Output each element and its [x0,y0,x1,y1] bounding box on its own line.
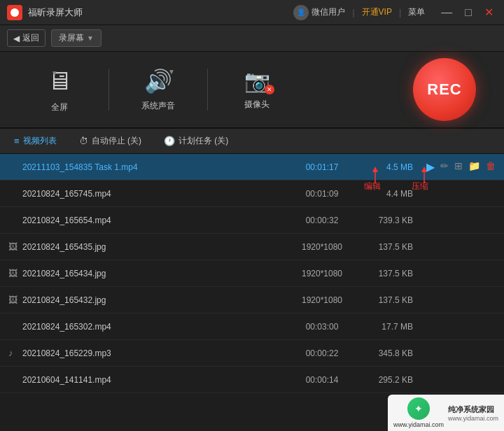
audio-control[interactable]: 🔊 ▼ 系统声音 [113,58,204,121]
rec-text: REC [427,80,461,99]
titlebar: 福昕录屏大师 👤 微信用户 | 开通VIP | 菜单 — □ ✕ [0,0,504,25]
tabbar: ≡ 视频列表 ⏱ 自动停止 (关) 🕐 计划任务 (关) [0,129,504,154]
window-controls: — □ ✕ [438,4,497,20]
table-row[interactable]: 🖼 20210824_165435.jpg 1920*1080 137.5 KB [0,234,504,260]
file-duration: 00:00:22 [294,348,350,358]
file-duration: 00:01:17 [294,162,350,172]
file-duration: 00:01:09 [294,189,350,199]
audio-icon-wrap: 🔊 ▼ [144,68,172,94]
image-icon: 🖼 [8,241,22,252]
auto-stop-icon: ⏱ [79,136,88,146]
vip-button[interactable]: 开通VIP [362,6,392,18]
file-name: 20210824_165745.mp4 [22,189,294,199]
file-size: 4.4 MB [350,189,413,199]
file-duration: 1920*1080 [294,295,350,305]
tab-auto-stop-label: 自动停止 (关) [92,135,141,147]
file-size: 137.5 KB [350,269,413,278]
file-name: 20210824_165434.jpg [22,269,294,278]
file-name: 20210824_165302.mp4 [22,322,294,332]
toolbar: ◀ 返回 录屏幕 ▼ [0,25,504,52]
titlebar-right: 👤 微信用户 | 开通VIP | 菜单 — □ ✕ [293,4,497,20]
file-size: 4.5 MB [350,162,413,172]
file-name: 20210604_141141.mp4 [22,375,294,385]
tab-scheduled[interactable]: 🕐 计划任务 (关) [158,132,234,150]
file-name: 20210824_165654.mp4 [22,216,294,225]
divider2: | [399,7,401,17]
record-label: 录屏幕 [59,32,84,44]
compress-button[interactable]: ⊞ [454,160,463,174]
watermark-logo-icon: ✦ [414,403,423,414]
file-list: 20211103_154835 Task 1.mp4 00:01:17 4.5 … [0,154,504,431]
menu-button[interactable]: 菜单 [408,6,425,18]
table-row[interactable]: 20210824_165302.mp4 00:03:00 17.7 MB [0,313,504,340]
user-avatar: 👤 [293,5,309,20]
file-duration: 00:00:14 [294,375,350,385]
camera-label: 摄像头 [244,99,270,111]
separator2 [207,69,208,111]
watermark-site: www.yidamai.com [393,421,444,428]
back-icon: ◀ [13,34,20,43]
maximize-button[interactable]: □ [461,5,475,20]
file-size: 739.3 KB [350,216,413,225]
table-row[interactable]: 20211103_154835 Task 1.mp4 00:01:17 4.5 … [0,154,504,181]
logo-icon [10,8,19,17]
dropdown-arrow-icon: ▼ [87,34,94,42]
minimize-button[interactable]: — [438,5,456,20]
file-name: 20210824_165229.mp3 [22,348,294,358]
separator1 [108,69,109,111]
divider1: | [352,7,354,17]
audio-label: 系统声音 [141,100,175,112]
app-title: 福昕录屏大师 [28,6,293,19]
app-logo [7,5,22,20]
watermark-url: www.yidamai.com [448,415,498,422]
audio-dropdown-icon: ▼ [168,68,175,76]
tab-auto-stop[interactable]: ⏱ 自动停止 (关) [74,132,147,150]
record-screen-button[interactable]: 录屏幕 ▼ [51,29,102,47]
rec-button[interactable]: REC [413,58,476,121]
watermark-text-block: 纯净系统家园 www.yidamai.com [448,404,498,422]
user-label: 微信用户 [312,6,345,18]
watermark-content: ✦ www.yidamai.com [393,397,444,428]
watermark: ✦ www.yidamai.com 纯净系统家园 www.yidamai.com [388,395,504,431]
file-size: 137.5 KB [350,242,413,252]
file-duration: 00:03:00 [294,322,350,332]
audio-icon: ♪ [8,348,22,358]
play-button[interactable]: ▶ [426,160,435,174]
table-row[interactable]: 🖼 20210824_165432.jpg 1920*1080 137.5 KB [0,287,504,313]
tab-video-list-label: 视频列表 [23,135,57,147]
fullscreen-label: 全屏 [51,101,68,113]
file-size: 345.8 KB [350,348,413,358]
table-row[interactable]: ♪ 20210824_165229.mp3 00:00:22 345.8 KB [0,340,504,367]
close-button[interactable]: ✕ [481,4,497,20]
camera-off-badge: ✕ [265,85,274,94]
file-size: 295.2 KB [350,375,413,385]
file-actions: ▶ ✏ ⊞ 📁 🗑 [419,160,496,174]
controls-panel: 🖥 ▼ 全屏 🔊 ▼ 系统声音 📷 ✕ 摄像头 REC [0,52,504,129]
file-duration: 1920*1080 [294,269,350,278]
file-name: 20210824_165435.jpg [22,242,294,252]
file-name: 20210824_165432.jpg [22,295,294,305]
video-list-icon: ≡ [14,136,20,146]
table-row[interactable]: 20210824_165745.mp4 00:01:09 4.4 MB [0,181,504,207]
back-button[interactable]: ◀ 返回 [7,29,46,47]
user-info[interactable]: 👤 微信用户 [293,5,345,20]
file-duration: 1920*1080 [294,242,350,252]
delete-button[interactable]: 🗑 [486,160,496,174]
monitor-icon-wrap: 🖥 ▼ [47,66,72,96]
image-icon: 🖼 [8,268,22,278]
edit-button[interactable]: ✏ [440,160,449,174]
table-row[interactable]: 20210824_165654.mp4 00:00:32 739.3 KB [0,207,504,234]
tab-video-list[interactable]: ≡ 视频列表 [8,132,62,150]
table-row[interactable]: 🖼 20210824_165434.jpg 1920*1080 137.5 KB [0,260,504,287]
file-duration: 00:00:32 [294,216,350,225]
table-row[interactable]: 20210604_141141.mp4 00:00:14 295.2 KB [0,367,504,393]
folder-button[interactable]: 📁 [468,160,480,174]
watermark-brand: 纯净系统家园 [448,404,498,415]
content-area: 20211103_154835 Task 1.mp4 00:01:17 4.5 … [0,154,504,431]
file-size: 17.7 MB [350,322,413,332]
back-label: 返回 [22,32,39,44]
tab-scheduled-label: 计划任务 (关) [178,135,228,147]
camera-control[interactable]: 📷 ✕ 摄像头 [211,58,302,121]
watermark-logo: ✦ [407,397,430,420]
fullscreen-control[interactable]: 🖥 ▼ 全屏 [14,58,105,121]
